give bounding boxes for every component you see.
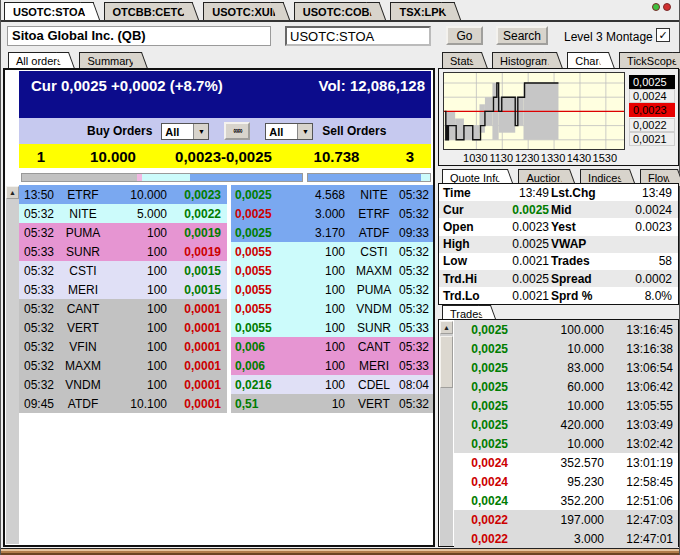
bid-side-row[interactable]: 05:32PUMA1000,0019 — [19, 223, 227, 242]
ask-mm-count: 3 — [389, 148, 431, 165]
level3-montage-checkbox[interactable]: ✓ — [656, 28, 670, 42]
ask-side-row[interactable]: 0,006100MERI05:33 — [231, 356, 433, 375]
ask-side-row[interactable]: 0,0055100VNDM05:32 — [231, 299, 433, 318]
symbol-tab-otcbb-cetc[interactable]: OTCBB:CETC — [104, 2, 190, 20]
ask-side-row[interactable]: 0,00254.568NITE05:32 — [231, 185, 433, 204]
order-book-row[interactable]: 05:32NITE5.0000,00220,00253.000ETRF05:32 — [19, 204, 433, 223]
order-book-row[interactable]: 05:32MAXM1000,00010,006100MERI05:33 — [19, 356, 433, 375]
bid-side-row[interactable]: 05:33SUNR1000,0019 — [19, 242, 227, 261]
bid-side-row[interactable]: 05:33MERI1000,0015 — [19, 280, 227, 299]
ask-side-row[interactable]: 0,0216100CDEL08:04 — [231, 375, 433, 394]
bid-side-row[interactable]: 05:32MAXM1000,0001 — [19, 356, 227, 375]
order-book-row[interactable]: 05:33MERI1000,00150,0055100PUMA05:32 — [19, 280, 433, 299]
bid-time: 05:32 — [19, 226, 59, 240]
ask-price: 0,0055 — [231, 302, 289, 316]
quote-info-row: Low0.0021Trades58 — [439, 253, 678, 270]
ask-side-row[interactable]: 0,0055100SUNR05:33 — [231, 318, 433, 337]
trade-row: 0,00223.00012:47:01 — [454, 529, 678, 548]
sell-filter-dropdown[interactable]: All ▼ — [265, 123, 313, 140]
bid-side-row[interactable]: 05:32CANT1000,0001 — [19, 299, 227, 318]
ask-time: 08:04 — [397, 378, 431, 392]
bid-size: 100 — [107, 283, 173, 297]
chart-tab-stats[interactable]: Stats — [442, 52, 478, 68]
buy-filter-dropdown[interactable]: All ▼ — [161, 123, 209, 140]
scroll-up-icon[interactable]: ▲ — [6, 186, 19, 199]
chart-tab-histogram[interactable]: Histogram — [492, 52, 553, 68]
bid-side-row[interactable]: 05:32VNDM1000,0001 — [19, 375, 227, 394]
ask-size: 10 — [289, 397, 351, 411]
order-book-row[interactable]: 05:32CSTI1000,00150,0055100MAXM05:32 — [19, 261, 433, 280]
bid-market-maker: VFIN — [59, 340, 107, 354]
link-buy-sell-button[interactable]: ∞∞ — [224, 122, 250, 140]
order-book-row[interactable]: 09:45ATDF10.1000,00010,5110VERT05:32 — [19, 394, 433, 413]
order-book-row[interactable]: 13:50ETRF10.0000,00230,00254.568NITE05:3… — [19, 185, 433, 204]
ask-side-row[interactable]: 0,0055100PUMA05:32 — [231, 280, 433, 299]
trades-scrollbar-thumb[interactable] — [440, 336, 453, 388]
sell-depth-bar — [307, 173, 431, 182]
montage-tab-summary[interactable]: Summary — [79, 52, 137, 68]
order-book-row[interactable]: 05:32VNDM1000,00010,0216100CDEL08:04 — [19, 375, 433, 394]
ask-side-row[interactable]: 0,0055100MAXM05:32 — [231, 261, 433, 280]
chevron-down-icon[interactable]: ▼ — [297, 124, 312, 139]
symbol-tab-usotc-stoa[interactable]: USOTC:STOA — [4, 2, 90, 20]
ask-side-row[interactable]: 0,0055100CSTI05:32 — [231, 242, 433, 261]
order-book-scrollbar[interactable]: ▲ — [6, 186, 19, 544]
order-book-row[interactable]: 05:32PUMA1000,00190,00253.170ATDF09:33 — [19, 223, 433, 242]
ask-side-row[interactable]: 0,5110VERT05:32 — [231, 394, 433, 413]
ask-market-maker: CANT — [351, 340, 397, 354]
status-lights — [652, 3, 671, 11]
go-button[interactable]: Go — [446, 26, 483, 45]
trade-row: 0,0022197.00012:47:03 — [454, 510, 678, 529]
trade-time: 13:16:38 — [604, 342, 673, 356]
symbol-tab-bar: USOTC:STOAOTCBB:CETCUSOTC:XUIIUSOTC:COBI… — [4, 2, 465, 20]
company-name-field: Sitoa Global Inc. (QB) — [7, 26, 271, 46]
green-status-light-icon — [652, 3, 660, 11]
montage-panel: Cur 0,0025 +0,0002 (+8.7%) Vol: 12,086,1… — [3, 68, 435, 547]
bid-side-row[interactable]: 09:45ATDF10.1000,0001 — [19, 394, 227, 413]
bid-side-row[interactable]: 13:50ETRF10.0000,0023 — [19, 185, 227, 204]
order-book-row[interactable]: 05:32VERT1000,00010,0055100SUNR05:33 — [19, 318, 433, 337]
trade-size: 420.000 — [512, 418, 604, 432]
symbol-tab-usotc-xuii[interactable]: USOTC:XUII — [203, 2, 280, 20]
order-book-row[interactable]: 05:32CANT1000,00010,0055100VNDM05:32 — [19, 299, 433, 318]
bid-side-row[interactable]: 05:32VFIN1000,0001 — [19, 337, 227, 356]
chart-tab-chart[interactable]: Chart — [567, 52, 605, 68]
bid-market-maker: VERT — [59, 321, 107, 335]
trade-price: 0,0024 — [454, 494, 512, 508]
symbol-tab-tsx-lpk[interactable]: TSX:LPK — [390, 2, 450, 20]
bid-side-row[interactable]: 05:32VERT1000,0001 — [19, 318, 227, 337]
ask-market-maker: VERT — [351, 397, 397, 411]
bid-price: 0,0015 — [173, 283, 227, 297]
trade-size: 197.000 — [512, 513, 604, 527]
montage-tab-all-orders[interactable]: All orders — [8, 52, 65, 68]
chart-panel: 103011301230133014301530 0,00250,00240,0… — [438, 68, 679, 166]
bid-ask-spread: 0,0023-0,0025 — [163, 148, 284, 165]
trades-scrollbar[interactable]: ▲ — [440, 321, 453, 546]
ask-side-row[interactable]: 0,00253.000ETRF05:32 — [231, 204, 433, 223]
trade-price: 0,0025 — [454, 342, 512, 356]
order-book-row[interactable]: 05:33SUNR1000,00190,0055100CSTI05:32 — [19, 242, 433, 261]
bid-side-row[interactable]: 05:32CSTI1000,0015 — [19, 261, 227, 280]
chart-tab-bar: StatsHistogramChartTickScope — [442, 52, 680, 68]
ask-side-row[interactable]: 0,006100CANT05:32 — [231, 337, 433, 356]
trade-row: 0,002510.00013:16:38 — [454, 339, 678, 358]
buy-depth-segment-2 — [142, 174, 190, 181]
chart-tab-tickscope[interactable]: TickScope — [619, 52, 680, 68]
scroll-up-icon[interactable]: ▲ — [440, 321, 453, 334]
chart-x-tick: 1430 — [567, 152, 591, 164]
quote-value: 13:49 — [613, 186, 674, 200]
ask-side-row[interactable]: 0,00253.170ATDF09:33 — [231, 223, 433, 242]
quote-label: Mid — [551, 203, 613, 217]
chevron-down-icon[interactable]: ▼ — [193, 124, 208, 139]
symbol-input[interactable] — [285, 26, 431, 46]
symbol-tab-usotc-cobi[interactable]: USOTC:COBI — [294, 2, 377, 20]
bid-size: 5.000 — [107, 207, 173, 221]
search-button[interactable]: Search — [496, 26, 548, 45]
ask-price: 0,0025 — [231, 226, 289, 240]
trade-time: 13:02:42 — [604, 437, 673, 451]
bid-side-row[interactable]: 05:32NITE5.0000,0022 — [19, 204, 227, 223]
volume-readout: Vol: 12,086,128 — [319, 77, 425, 94]
ask-price: 0,0055 — [231, 264, 289, 278]
order-book-row[interactable]: 05:32VFIN1000,00010,006100CANT05:32 — [19, 337, 433, 356]
ask-market-maker: MERI — [351, 359, 397, 373]
